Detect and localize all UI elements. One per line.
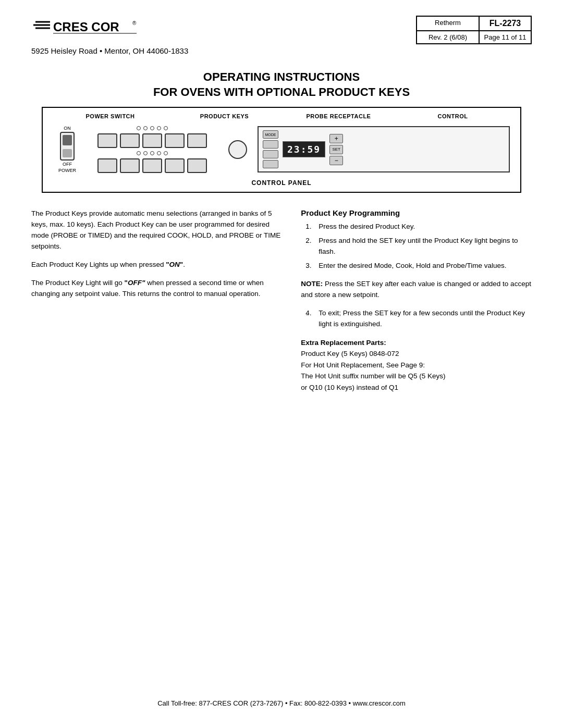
- product-key-btn[interactable]: [142, 133, 162, 148]
- probe-circle: [228, 140, 247, 159]
- off-bold: "OFF": [125, 279, 145, 287]
- product-key-programming-heading: Product Key Programming: [301, 208, 532, 217]
- step-4: To exit; Press the SET key for a few sec…: [313, 308, 532, 330]
- header: CRES COR . ® 5925 Heisley Road • Mentor,…: [31, 16, 532, 55]
- footer: Call Toll-free: 877-CRES COR (273-7267) …: [31, 689, 532, 707]
- key-dots-row1: [137, 126, 168, 130]
- footer-text: Call Toll-free: 877-CRES COR (273-7267) …: [157, 699, 406, 707]
- extra-parts-heading: Extra Replacement Parts:: [301, 337, 532, 349]
- key-dot: [143, 126, 148, 130]
- on-bold: "ON": [166, 261, 183, 268]
- key-dot: [164, 126, 168, 130]
- product-keys-diagram: [92, 126, 213, 173]
- key-dot: [157, 151, 161, 155]
- step-2: Press and hold the SET key until the Pro…: [313, 236, 532, 257]
- switch-on-label: ON: [64, 126, 71, 131]
- left-column: The Product Keys provide automatic menu …: [31, 208, 285, 689]
- extra-line-2: For Hot Unit Replacement, See Page 9:: [301, 360, 532, 371]
- left-para1: The Product Keys provide automatic menu …: [31, 208, 285, 252]
- crescor-logo: CRES COR . ®: [31, 16, 146, 44]
- switch-bottom: [63, 149, 72, 157]
- note-block: NOTE: Press the SET key after each value…: [301, 279, 532, 301]
- key-buttons-row2: [97, 158, 207, 173]
- note-label: NOTE:: [301, 280, 323, 288]
- key-dot: [137, 151, 141, 155]
- left-para3: The Product Key Light will go "OFF" when…: [31, 278, 285, 300]
- switch-power-label: POWER: [58, 168, 76, 173]
- logo-area: CRES COR . ® 5925 Heisley Road • Mentor,…: [31, 16, 188, 55]
- extra-parts: Extra Replacement Parts: Product Key (5 …: [301, 337, 532, 393]
- product-key-btn[interactable]: [97, 158, 117, 173]
- set-button[interactable]: SET: [329, 145, 343, 154]
- control-left-buttons: MODE: [263, 130, 278, 168]
- header-label1: Retherm: [417, 16, 479, 31]
- product-key-btn[interactable]: [165, 133, 185, 148]
- left-para2: Each Product Key Lights up when pressed …: [31, 260, 285, 270]
- key-dot: [143, 151, 148, 155]
- key-dot: [137, 126, 141, 130]
- switch-body: [60, 132, 75, 161]
- switch-off-label: OFF: [63, 162, 72, 167]
- product-key-btn[interactable]: [187, 133, 207, 148]
- note-text: Press the SET key after each value is ch…: [301, 280, 531, 299]
- up-button[interactable]: +: [329, 134, 343, 143]
- key-buttons-row1: [97, 133, 207, 148]
- down-button[interactable]: −: [329, 156, 343, 165]
- product-key-btn[interactable]: [187, 158, 207, 173]
- page-wrapper: CRES COR . ® 5925 Heisley Road • Mentor,…: [0, 0, 563, 728]
- ctrl-btn2[interactable]: [263, 150, 278, 158]
- label-product-keys: PRODUCT KEYS: [167, 113, 282, 119]
- label-probe-receptacle: PROBE RECEPTACLE: [282, 113, 396, 119]
- product-key-btn[interactable]: [97, 133, 117, 148]
- control-right-buttons: + SET −: [329, 134, 343, 165]
- key-dot: [164, 151, 168, 155]
- product-key-btn[interactable]: [142, 158, 162, 173]
- address-line: 5925 Heisley Road • Mentor, OH 44060-183…: [31, 46, 188, 55]
- diagram-content: ON OFF POWER: [53, 122, 510, 176]
- label-control: CONTROL: [396, 113, 510, 119]
- diagram-labels: POWER SWITCH PRODUCT KEYS PROBE RECEPTAC…: [53, 113, 510, 119]
- control-panel-right: MODE 23:59 + SET −: [258, 126, 510, 172]
- main-title: OPERATING INSTRUCTIONS FOR OVENS WITH OP…: [31, 70, 532, 100]
- header-doc-number: FL-2273: [479, 16, 531, 31]
- diagram-section: POWER SWITCH PRODUCT KEYS PROBE RECEPTAC…: [42, 107, 521, 193]
- product-key-btn[interactable]: [120, 158, 140, 173]
- ctrl-btn3[interactable]: [263, 160, 278, 168]
- key-dot: [157, 126, 161, 130]
- product-key-btn[interactable]: [120, 133, 140, 148]
- header-info-box: Retherm FL-2273 Rev. 2 (6/08) Page 11 of…: [416, 16, 532, 44]
- extra-line-1: Product Key (5 Keys) 0848-072: [301, 348, 532, 360]
- header-rev: Rev. 2 (6/08): [417, 31, 479, 44]
- svg-text:CRES COR: CRES COR: [53, 20, 119, 34]
- extra-line-3: The Hot Unit suffix number will be Q5 (5…: [301, 371, 532, 382]
- extra-line-4: or Q10 (10 Keys) instead of Q1: [301, 382, 532, 393]
- probe-receptacle-diagram: [228, 140, 247, 159]
- key-dots-row2: [137, 151, 168, 155]
- label-power-switch: POWER SWITCH: [53, 113, 167, 119]
- power-switch-diagram: ON OFF POWER: [58, 126, 76, 173]
- title-line2: FOR OVENS WITH OPTIONAL PRODUCT KEYS: [153, 85, 410, 98]
- product-key-btn[interactable]: [165, 158, 185, 173]
- mode-button[interactable]: MODE: [263, 130, 278, 139]
- key-dot: [150, 151, 154, 155]
- content-area: The Product Keys provide automatic menu …: [31, 208, 532, 689]
- step4-list: To exit; Press the SET key for a few sec…: [301, 308, 532, 330]
- control-panel-label: CONTROL PANEL: [53, 179, 510, 187]
- programming-steps: Press the desired Product Key. Press and…: [301, 221, 532, 272]
- ctrl-btn1[interactable]: [263, 140, 278, 149]
- step-3: Enter the desired Mode, Cook, Hold and P…: [313, 261, 532, 272]
- header-page: Page 11 of 11: [479, 31, 531, 44]
- title-line1: OPERATING INSTRUCTIONS: [203, 70, 360, 83]
- svg-text:®: ®: [132, 20, 137, 26]
- right-column: Product Key Programming Press the desire…: [301, 208, 532, 689]
- step-1: Press the desired Product Key.: [313, 221, 532, 232]
- key-dot: [150, 126, 154, 130]
- control-display: 23:59: [283, 141, 325, 157]
- switch-top: [63, 135, 72, 145]
